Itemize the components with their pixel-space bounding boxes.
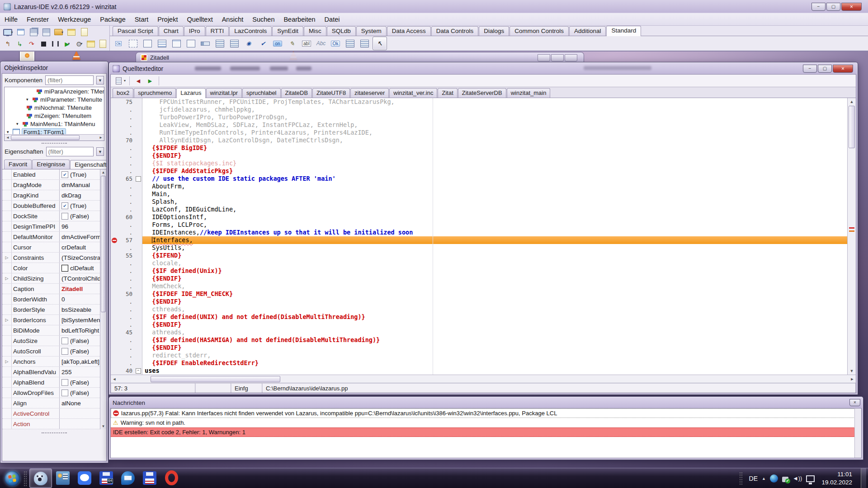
menu-fenster[interactable]: Fenster [22,14,53,24]
property-row[interactable]: Cursor crDefault [2,242,106,253]
network-icon[interactable] [806,475,815,482]
line-number[interactable]: . [118,190,135,198]
line-number[interactable]: . [118,221,135,229]
tcombobox-icon[interactable] [213,38,226,49]
code-line[interactable]: . TurboPowerIPro, TurboPowerIProDsgn, [111,113,856,121]
tframe-icon[interactable] [127,38,139,49]
taskbar-lazarus-ide-icon[interactable] [29,469,52,488]
property-filter-input[interactable] [46,147,94,156]
zitadell-minimize-button[interactable] [538,54,550,61]
tray-app-icon[interactable] [770,474,778,483]
editor-tab-zitat[interactable]: Zitat [438,88,457,98]
line-number[interactable]: . [118,336,135,344]
line-number[interactable]: . [118,275,135,282]
code-line[interactable]: . RunTimeTypeInfoControls, Printer4Lazar… [111,129,856,136]
property-checkbox[interactable] [61,213,68,220]
cursor-tool-icon[interactable]: ↖ [373,37,387,50]
line-number[interactable]: . [118,167,135,175]
taskbar-lazarus64-icon[interactable]: 64 [95,469,117,487]
property-row[interactable]: AlphaBlendValu 255 [2,367,106,377]
property-row[interactable]: ActiveControl [2,408,106,419]
line-number[interactable]: . [118,198,135,206]
component-filter-input[interactable] [45,75,94,85]
code-line[interactable]: . {$IF defined(UNIX) and not defined(Dis… [111,313,856,321]
line-number[interactable]: 70 [118,136,135,144]
palette-tab-misc[interactable]: Misc [304,26,326,36]
property-checkbox[interactable] [61,389,68,396]
property-row[interactable]: DesignTimePPI 96 [2,221,106,232]
editor-tab-spruchlabel[interactable]: spruchlabel [242,88,281,98]
vlc-cone-icon[interactable] [72,51,80,60]
tpanel-icon[interactable] [141,38,154,49]
step-over-button[interactable]: ↷ [26,38,37,49]
tbutton-icon[interactable]: Ok [329,38,342,49]
line-number[interactable]: . [118,160,135,167]
property-checkbox[interactable] [61,171,68,178]
new-unit-button[interactable] [78,27,90,38]
property-row[interactable]: DockSite (False) [2,211,106,221]
line-number[interactable]: . [118,359,135,367]
editor-tab-zitateutf8[interactable]: ZitateUTF8 [312,88,350,98]
palette-tab-sqldb[interactable]: SQLdb [327,26,356,36]
property-row[interactable]: Action [2,419,106,429]
tpopupmenu-icon[interactable] [344,38,356,49]
fold-marker-icon[interactable] [136,368,141,374]
palette-tab-data-controls[interactable]: Data Controls [431,26,479,36]
line-number[interactable]: 45 [118,328,135,336]
code-line[interactable]: . cthreads, [111,305,856,313]
fold-marker-icon[interactable] [136,176,141,182]
line-number[interactable]: . [118,129,135,136]
code-line[interactable]: . LeakView, MemDSLaz, SDFLaz, InstantFPC… [111,121,856,129]
volume-icon[interactable]: ◄)) [793,474,802,483]
code-line[interactable]: 57 Interfaces, [111,236,856,244]
oi-tab-ereignisse[interactable]: Ereignisse [32,160,70,169]
taskbar-clock[interactable]: 11:01 19.02.2022 [819,470,855,486]
code-line[interactable]: 60 IDEOptionsIntf, [111,213,856,221]
code-line[interactable]: . AboutFrm, [111,183,856,190]
editor-tab-winzitat-main[interactable]: winzitat_main [507,88,551,98]
tedit-icon[interactable]: abI [300,38,313,49]
tree-mizeigen[interactable]: miZeigen: TMenuItem [5,112,104,120]
property-row[interactable]: DefaultMonitor dmActiveForm [2,232,106,242]
maximize-button[interactable]: ▢ [826,3,840,11]
code-line[interactable]: . {$ENDIF} [111,275,856,282]
taskbar-signal-icon[interactable] [74,469,95,487]
jump-forward-button[interactable]: ► [145,76,155,85]
tcheckbox-icon[interactable]: ✔ [257,38,269,49]
tradiobutton-icon[interactable]: ◉ [242,38,255,49]
code-line[interactable]: . {$ENDIF} [111,321,856,328]
open-button[interactable]: ▾ [53,27,65,38]
line-number[interactable]: . [118,152,135,160]
property-row[interactable]: DoubleBuffered (True) [2,201,106,211]
property-checkbox[interactable] [61,379,68,386]
taskbar-thunderbird-icon[interactable] [117,469,139,487]
save-button[interactable] [40,27,52,38]
tlabel-icon[interactable]: Abc [315,38,327,49]
editor-tab-lazarus[interactable]: Lazarus [176,88,205,98]
property-expander-icon[interactable]: ▷ [5,255,9,260]
menu-package[interactable]: Package [95,14,130,24]
editor-close-button[interactable]: × [833,65,853,73]
tmemo-icon[interactable]: ✎ [286,38,298,49]
tscrollbar-icon[interactable] [199,38,212,49]
line-number[interactable]: . [118,305,135,313]
palette-tab-ipro[interactable]: IPro [184,26,205,36]
menu-datei[interactable]: Datei [320,14,344,24]
view-forms-button[interactable] [85,38,96,49]
line-number[interactable]: . [118,144,135,152]
line-number[interactable]: . [118,183,135,190]
tactionlist-icon[interactable]: Ok [112,38,125,49]
menu-start[interactable]: Start [130,14,153,24]
editor-tab-zitatedb[interactable]: ZitateDB [281,88,312,98]
tgroupbox-icon[interactable] [184,38,197,49]
messages-close-button[interactable]: × [849,399,860,406]
language-indicator[interactable]: DE [749,475,758,482]
usb-safely-remove-icon[interactable] [782,477,788,482]
code-line[interactable]: . {$ENDIF} [111,298,856,305]
property-row[interactable]: BorderWidth 0 [2,294,106,305]
line-number[interactable]: 55 [118,252,135,259]
code-line[interactable]: . {$IF defined(Unix)} [111,267,856,275]
component-filter-menu-button[interactable]: ▼ [96,76,104,84]
tree-expander-icon[interactable]: ▾ [7,130,11,134]
palette-tab-rtti[interactable]: RTTI [206,26,229,36]
